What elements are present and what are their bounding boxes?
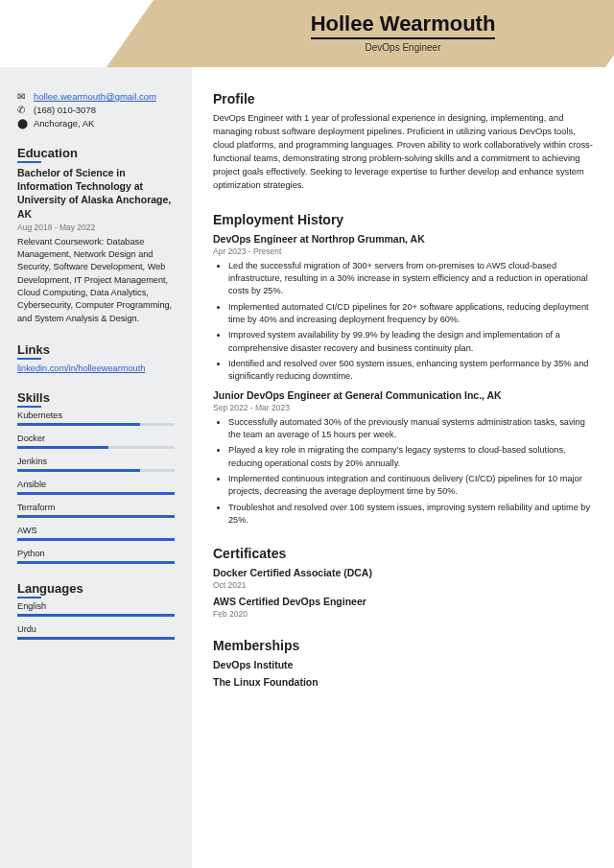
certs-list: Docker Certified Associate (DCA)Oct 2021…: [213, 567, 593, 619]
languages-heading: Languages: [17, 581, 175, 596]
main-content: Profile DevOps Engineer with 1 year of p…: [192, 0, 614, 868]
skill-bar-fill: [17, 469, 140, 472]
skills-heading: Skills: [17, 390, 175, 405]
skill-bar: [17, 469, 175, 472]
skill-item: Docker: [17, 434, 175, 449]
person-title: DevOps Engineer: [192, 42, 614, 53]
skill-item: Python: [17, 549, 175, 564]
links-heading: Links: [17, 342, 175, 357]
skill-bar-fill: [17, 423, 140, 426]
skill-bar: [17, 538, 175, 541]
skill-name: Terraform: [17, 503, 175, 512]
language-bar: [17, 614, 175, 617]
membership-item: The Linux Foundation: [213, 676, 593, 688]
certificates-section: Certificates Docker Certified Associate …: [213, 546, 593, 619]
education-degree: Bachelor of Science in Information Techn…: [17, 166, 175, 221]
resume-page: Hollee Wearmouth DevOps Engineer ✉ holle…: [0, 0, 614, 868]
job-bullet: Implemented automated CI/CD pipelines fo…: [228, 301, 593, 327]
skill-name: AWS: [17, 526, 175, 535]
job-bullet: Troubleshot and resolved over 100 system…: [228, 502, 593, 528]
skill-bar-fill: [17, 492, 175, 495]
sidebar: ✉ hollee.wearmouth@gmail.com ✆ (168) 010…: [0, 0, 192, 868]
language-item: English: [17, 601, 175, 617]
skill-bar-fill: [17, 446, 108, 449]
skill-bar-fill: [17, 515, 175, 518]
language-bar: [17, 637, 175, 640]
cert-date: Feb 2020: [213, 609, 593, 619]
job-item: DevOps Engineer at Northrop Grumman, AKA…: [213, 233, 593, 384]
skill-bar: [17, 423, 175, 426]
language-name: Urdu: [17, 624, 175, 634]
job-bullets: Successfully automated 30% of the previo…: [213, 416, 593, 528]
memberships-heading: Memberships: [213, 638, 593, 653]
skill-name: Docker: [17, 434, 175, 443]
contact-phone: (168) 010-3078: [34, 105, 96, 115]
job-bullet: Improved system availability by 99.9% by…: [228, 329, 593, 355]
job-bullet: Successfully automated 30% of the previo…: [228, 416, 593, 442]
education-coursework: Relevant Coursework: Database Management…: [17, 236, 175, 325]
jobs-list: DevOps Engineer at Northrop Grumman, AKA…: [213, 233, 593, 528]
job-bullet: Played a key role in migrating the compa…: [228, 444, 593, 470]
memberships-section: Memberships DevOps InstituteThe Linux Fo…: [213, 638, 593, 688]
language-bar-fill: [17, 614, 175, 617]
skill-bar: [17, 446, 175, 449]
education-dates: Aug 2018 - May 2022: [17, 223, 175, 232]
membership-item: DevOps Institute: [213, 659, 593, 670]
certificates-heading: Certificates: [213, 546, 593, 561]
cert-item: AWS Certified DevOps EngineerFeb 2020: [213, 596, 593, 619]
language-item: Urdu: [17, 624, 175, 640]
header-banner: Hollee Wearmouth DevOps Engineer: [0, 0, 614, 67]
skill-name: Python: [17, 549, 175, 558]
job-bullet: Identified and resolved over 500 system …: [228, 358, 593, 384]
cert-title: Docker Certified Associate (DCA): [213, 567, 593, 578]
contact-location-row: ⬤ Anchorage, AK: [17, 118, 175, 129]
mems-list: DevOps InstituteThe Linux Foundation: [213, 659, 593, 688]
skill-name: Ansible: [17, 480, 175, 489]
job-title: Junior DevOps Engineer at General Commun…: [213, 389, 593, 401]
skill-item: AWS: [17, 526, 175, 541]
job-title: DevOps Engineer at Northrop Grumman, AK: [213, 233, 593, 245]
skill-item: Kubernetes: [17, 411, 175, 426]
person-name: Hollee Wearmouth: [311, 12, 496, 39]
job-bullet: Led the successful migration of 300+ ser…: [228, 260, 593, 298]
job-dates: Apr 2023 - Present: [213, 246, 593, 256]
employment-section: Employment History DevOps Engineer at No…: [213, 212, 593, 528]
skill-bar-fill: [17, 561, 175, 564]
skill-item: Jenkins: [17, 457, 175, 472]
skill-name: Kubernetes: [17, 411, 175, 420]
job-item: Junior DevOps Engineer at General Commun…: [213, 389, 593, 528]
linkedin-link[interactable]: linkedin.com/in/holleewearmouth: [17, 364, 145, 373]
language-name: English: [17, 601, 175, 611]
job-bullet: Implemented continuous integration and c…: [228, 473, 593, 499]
skill-name: Jenkins: [17, 457, 175, 466]
languages-list: EnglishUrdu: [17, 601, 175, 640]
skill-bar: [17, 515, 175, 518]
job-dates: Sep 2022 - Mar 2023: [213, 403, 593, 412]
job-bullets: Led the successful migration of 300+ ser…: [213, 260, 593, 384]
location-icon: ⬤: [17, 118, 28, 129]
contact-location: Anchorage, AK: [34, 118, 94, 129]
header-content: Hollee Wearmouth DevOps Engineer: [192, 12, 614, 53]
cert-title: AWS Certified DevOps Engineer: [213, 596, 593, 607]
skill-bar: [17, 492, 175, 495]
contact-phone-row: ✆ (168) 010-3078: [17, 105, 175, 115]
cert-date: Oct 2021: [213, 580, 593, 590]
email-icon: ✉: [17, 91, 28, 102]
language-bar-fill: [17, 637, 175, 640]
skills-list: KubernetesDockerJenkinsAnsibleTerraformA…: [17, 411, 175, 564]
education-heading: Education: [17, 146, 175, 160]
contact-email-row: ✉ hollee.wearmouth@gmail.com: [17, 91, 175, 102]
contact-email[interactable]: hollee.wearmouth@gmail.com: [34, 91, 156, 102]
skill-bar: [17, 561, 175, 564]
employment-heading: Employment History: [213, 212, 593, 227]
phone-icon: ✆: [17, 105, 28, 115]
skill-item: Ansible: [17, 480, 175, 495]
cert-item: Docker Certified Associate (DCA)Oct 2021: [213, 567, 593, 590]
profile-heading: Profile: [213, 91, 593, 106]
profile-text: DevOps Engineer with 1 year of professio…: [213, 112, 593, 193]
skill-bar-fill: [17, 538, 175, 541]
skill-item: Terraform: [17, 503, 175, 518]
